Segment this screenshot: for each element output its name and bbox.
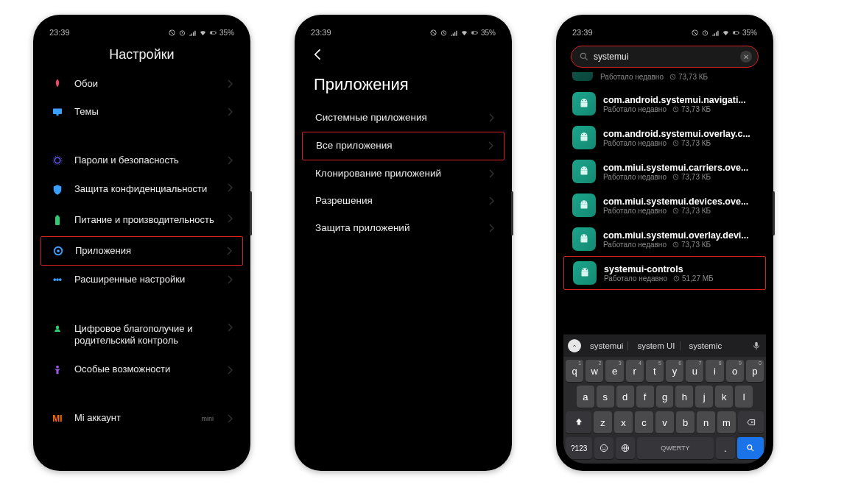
key-t[interactable]: t5	[646, 360, 664, 382]
key-y[interactable]: y6	[666, 360, 683, 382]
key-s[interactable]: s	[597, 386, 614, 408]
svg-point-65	[748, 445, 752, 450]
key-i[interactable]: i8	[706, 360, 723, 382]
key-n[interactable]: n	[697, 411, 715, 433]
storage-icon	[672, 207, 679, 214]
suggestion[interactable]: systemic	[685, 341, 727, 350]
settings-row[interactable]: Защита конфиденциальности	[41, 174, 243, 205]
key-q[interactable]: q1	[566, 360, 583, 382]
svg-line-32	[586, 58, 588, 60]
settings-row[interactable]: Питание и производительность	[41, 205, 243, 236]
emoji-key[interactable]	[594, 437, 613, 459]
period-key[interactable]: .	[716, 437, 735, 459]
suggestion[interactable]: system UI	[633, 341, 680, 350]
row-icon	[51, 77, 64, 90]
key-r[interactable]: r4	[626, 360, 644, 382]
key-c[interactable]: c	[635, 411, 653, 433]
key-z[interactable]: z	[594, 411, 612, 433]
row-icon	[52, 244, 65, 258]
svg-point-43	[586, 168, 587, 169]
dnd-icon	[691, 29, 699, 37]
key-e[interactable]: e3	[605, 360, 623, 382]
settings-row[interactable]: Приложения	[41, 236, 243, 266]
shift-key[interactable]	[566, 411, 591, 433]
key-b[interactable]: b	[676, 411, 695, 433]
search-key[interactable]	[737, 437, 764, 459]
backspace-key[interactable]	[738, 411, 764, 433]
android-app-icon	[572, 72, 593, 81]
app-row[interactable]: systemui-controlsРаботало недавно51,27 М…	[563, 256, 766, 290]
app-sub: Работало недавно	[600, 73, 664, 81]
suggestion[interactable]: systemui	[586, 341, 628, 350]
arrow-left-icon	[311, 47, 326, 62]
keyboard: systemui system UI systemic q1w2e3r4t5y6…	[563, 334, 766, 464]
status-time: 23:39	[49, 28, 70, 37]
svg-point-59	[601, 444, 608, 451]
settings-row[interactable]: Клонирование приложений	[302, 160, 504, 188]
key-h[interactable]: h	[675, 386, 693, 408]
row-mi-account[interactable]: MI Mi аккаунт mini	[41, 405, 243, 433]
key-l[interactable]: l	[735, 386, 753, 408]
key-j[interactable]: j	[695, 386, 713, 408]
space-key[interactable]: QWERTY	[637, 437, 714, 459]
label: Пароли и безопасность	[74, 155, 217, 166]
settings-row[interactable]: Защита приложений	[302, 215, 504, 242]
search-input[interactable]: systemui ✕	[571, 46, 759, 68]
app-row[interactable]: com.miui.systemui.overlay.devi...Работал…	[563, 222, 766, 256]
settings-row[interactable]: Расширенные настройки	[41, 266, 243, 294]
search-value: systemui	[594, 52, 740, 62]
battery-icon	[209, 29, 217, 37]
mic-icon[interactable]	[751, 341, 762, 351]
app-row[interactable]: com.miui.systemui.devices.ove...Работало…	[563, 188, 766, 222]
settings-row[interactable]: Все приложения	[302, 132, 504, 160]
app-row[interactable]: com.miui.systemui.carriers.ove...Работал…	[563, 155, 766, 188]
expand-suggestions-button[interactable]	[568, 339, 581, 352]
clear-button[interactable]: ✕	[740, 51, 752, 63]
storage-icon	[672, 174, 679, 180]
key-x[interactable]: x	[614, 411, 633, 433]
key-g[interactable]: g	[656, 386, 674, 408]
app-sub: Работало недавно	[603, 173, 667, 181]
app-name: com.miui.systemui.overlay.devi...	[603, 230, 757, 241]
app-row[interactable]: com.android.systemui.navigati...Работало…	[563, 87, 766, 121]
key-m[interactable]: m	[717, 411, 736, 433]
row-icon	[51, 363, 64, 377]
chevron-right-icon	[488, 169, 494, 178]
key-f[interactable]: f	[636, 386, 654, 408]
settings-row[interactable]: Темы	[41, 98, 243, 126]
key-o[interactable]: o9	[726, 360, 744, 382]
settings-row[interactable]: Разрешения	[302, 188, 504, 215]
app-sub: Работало недавно	[603, 241, 667, 249]
chevron-right-icon	[226, 246, 232, 255]
battery-pct: 35%	[219, 29, 234, 37]
key-a[interactable]: a	[577, 386, 594, 408]
settings-row[interactable]: Обои	[41, 70, 243, 98]
key-d[interactable]: d	[616, 386, 634, 408]
page-title: Настройки	[41, 43, 243, 70]
settings-row[interactable]: Цифровое благополучие и родительский кон…	[41, 314, 243, 356]
settings-row[interactable]: Пароли и безопасность	[41, 146, 243, 174]
settings-row[interactable]: Системные приложения	[302, 104, 504, 132]
settings-row[interactable]: Особые возможности	[41, 356, 243, 384]
status-bar: 23:39 35%	[302, 22, 504, 43]
label: Обои	[74, 78, 217, 90]
key-v[interactable]: v	[655, 411, 674, 433]
svg-point-51	[586, 235, 587, 237]
app-row[interactable]: com.android.systemui.overlay.c...Работал…	[563, 121, 766, 155]
label: Разрешения	[315, 195, 478, 207]
svg-point-46	[582, 202, 583, 203]
language-key[interactable]	[616, 437, 635, 459]
key-p[interactable]: p0	[746, 360, 764, 382]
key-w[interactable]: w2	[586, 360, 603, 382]
key-u[interactable]: u7	[686, 360, 703, 382]
back-button[interactable]	[302, 43, 504, 65]
symbols-key[interactable]: ?123	[566, 437, 592, 459]
alarm-icon	[701, 29, 709, 37]
chevron-right-icon	[227, 414, 233, 423]
app-row-partial[interactable]: Работало недавно 73,73 КБ	[563, 71, 766, 87]
svg-rect-52	[581, 238, 588, 243]
svg-rect-4	[216, 32, 217, 33]
chevron-right-icon	[227, 79, 233, 88]
suggestion-bar: systemui system UI systemic	[563, 335, 766, 357]
key-k[interactable]: k	[715, 386, 733, 408]
